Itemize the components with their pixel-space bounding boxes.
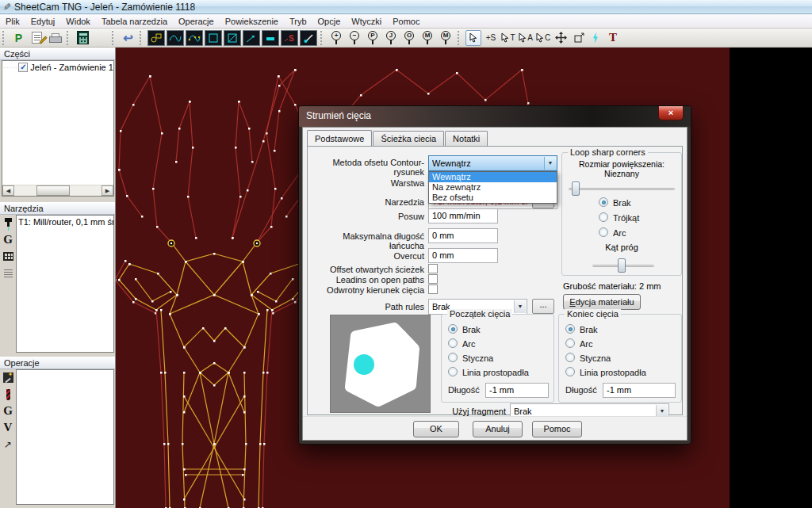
zoom-material-button[interactable]: M [438,30,454,46]
dialog-titlebar[interactable]: Strumień cięcia × [299,106,691,127]
edit-document-button[interactable] [29,30,45,46]
part-tool-button[interactable]: P [10,30,27,46]
end-radio-arc[interactable] [565,338,575,348]
open-offset-checkbox[interactable] [428,264,438,273]
tool-table-button[interactable] [1,249,15,264]
operations-list[interactable] [16,369,114,505]
view-rapids-button[interactable] [262,30,279,46]
tool-list-button[interactable] [1,265,15,281]
angle-slider-thumb[interactable] [618,258,626,273]
plot-pen-button[interactable] [300,30,317,46]
select-tool-t-button[interactable]: T [500,30,516,46]
cancel-button[interactable]: Anuluj [473,421,523,437]
overcut-input[interactable]: 0 mm [428,248,498,263]
path-rules-browse-button[interactable]: ... [532,299,554,314]
view-path-nodes-button[interactable] [186,30,203,46]
leadin-preview-graphic [331,315,430,412]
end-radio-linia[interactable] [565,367,575,376]
select-tool-c-button[interactable]: C [535,30,551,46]
zoom-origin-button[interactable]: O [401,30,418,46]
simulate-tool-button[interactable] [588,30,603,46]
feed-input[interactable]: 100 mm/min [428,208,498,223]
zoom-in-button[interactable]: + [328,30,345,46]
rotate-tool-button[interactable] [570,30,586,46]
undo-button[interactable]: ↩ [120,30,136,46]
offset-method-combobox[interactable]: Wewnątrz ▼ [428,155,557,171]
start-radio-linia[interactable] [448,367,458,376]
view-path-button[interactable] [167,30,184,46]
view-outline-button[interactable] [205,30,222,46]
parts-hscrollbar[interactable]: ◀ ▶ [2,185,113,196]
select-add-button[interactable]: +S [483,30,499,46]
view-start-points-button[interactable]: S [281,30,298,46]
wizard-operation-button[interactable] [1,370,15,385]
loop-size-label: Rozmiar powiększenia: Nieznany [562,159,681,178]
loop-size-slider-thumb[interactable] [572,181,580,196]
menu-widok[interactable]: Widok [60,15,96,28]
chain-length-input[interactable]: 0 mm [428,228,498,243]
menu-opcje[interactable]: Opcje [312,15,347,28]
print-button[interactable] [47,30,63,46]
parts-list[interactable]: ····· ✓ Jeleń - Zamówienie 1 ◀ ▶ [2,60,114,197]
move-cross-icon [555,32,567,44]
view-direction-button[interactable] [243,30,260,46]
droplist-option-wewnatrz[interactable]: Wewnątrz [429,172,557,182]
zoom-out-button[interactable]: − [347,30,363,46]
tool-gcode-button[interactable]: G [1,232,15,247]
menu-wtyczki[interactable]: Wtyczki [346,15,387,28]
vcarve-operation-button[interactable]: V [1,420,15,435]
droplist-option-na-zewnatrz[interactable]: Na zewnątrz [429,182,557,193]
start-radio-styczna[interactable] [448,353,458,362]
jog-operation-button[interactable]: ↗ [1,437,15,452]
menu-plik[interactable]: Plik [0,15,25,28]
dialog-close-button[interactable]: × [658,106,684,120]
zoom-machine-button[interactable]: M [419,30,436,46]
edit-material-button[interactable]: Edycja materiału [563,294,641,310]
part-tree-item[interactable]: ····· ✓ Jeleń - Zamówienie 1 [2,61,113,74]
end-radio-styczna[interactable] [565,353,575,362]
ok-button[interactable]: OK [413,421,459,437]
drill-operation-button[interactable] [1,387,15,402]
view-hatched-button[interactable] [224,30,241,46]
start-radio-arc[interactable] [448,338,458,348]
zoom-part-button[interactable]: P [365,30,381,46]
menu-operacje[interactable]: Operacje [173,15,220,28]
select-tool-button[interactable] [465,30,481,46]
leadins-checkbox[interactable] [428,274,438,284]
menu-tryb[interactable]: Tryb [284,15,312,28]
tool-list-item[interactable]: T1: Mill/router, 0,1 mm śre [17,216,113,228]
start-radio-brak[interactable] [448,324,458,334]
loop-size-slider-track[interactable] [569,188,675,190]
view-part-button[interactable] [147,30,165,46]
tab-notatki[interactable]: Notatki [445,131,488,146]
loop-radio-arc[interactable] [599,227,608,237]
scroll-thumb[interactable] [36,185,70,196]
part-checkbox[interactable]: ✓ [18,63,28,72]
add-mill-tool-button[interactable] [1,216,15,231]
scroll-left-arrow[interactable]: ◀ [2,185,14,196]
calculator-button[interactable] [75,30,91,46]
move-tool-button[interactable] [553,30,569,46]
help-button[interactable]: Pomoc [532,421,582,437]
reverse-checkbox[interactable] [428,285,438,294]
menu-tabela-narzedzia[interactable]: Tabela narzedzia [96,15,173,28]
end-radio-brak[interactable] [565,324,575,334]
dialog-footer: OK Anuluj Pomoc [303,416,687,440]
tab-podstawowe[interactable]: Podstawowe [307,130,372,147]
tab-sciezka-ciecia[interactable]: Ścieżka ciecia [373,131,444,146]
select-tool-a-button[interactable]: A [518,30,534,46]
menu-edytuj[interactable]: Edytuj [25,15,61,28]
menu-pomoc[interactable]: Pomoc [387,15,425,28]
loop-radio-trojkat[interactable] [599,212,608,222]
tools-list[interactable]: T1: Mill/router, 0,1 mm śre [16,215,114,353]
start-length-input[interactable]: -1 mm [485,383,549,398]
open-offset-label: Offset otwartych ścieżek [306,265,424,274]
end-length-input[interactable]: -1 mm [603,383,676,398]
loop-radio-brak[interactable] [599,197,608,207]
droplist-option-bez-ofsetu[interactable]: Bez ofsetu [429,193,557,203]
text-tool-button[interactable]: T [605,30,621,46]
scroll-right-arrow[interactable]: ▶ [102,185,113,196]
zoom-job-button[interactable]: J [383,30,400,46]
menu-powiekszenie[interactable]: Powiekszenie [220,15,284,28]
gcode-operation-button[interactable]: G [1,403,15,418]
